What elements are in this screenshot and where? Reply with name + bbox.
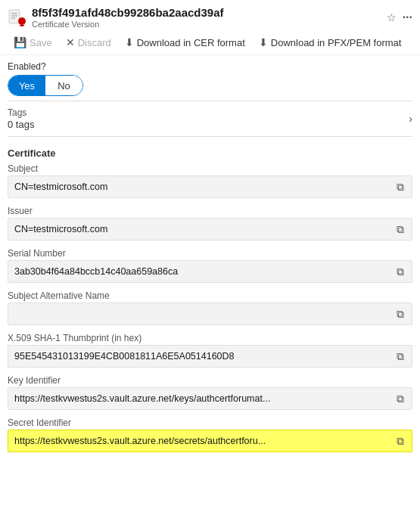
enabled-section: Enabled? Yes No [0,55,420,101]
secret-identifier-field: Secret Identifier https://testkvwestus2s… [0,414,420,457]
thumbprint-value: 95E545431013199E4CB0081811A6E5A0514160D8 [14,351,395,362]
svg-rect-3 [20,25,24,26]
copy-thumbprint-button[interactable]: ⧉ [395,350,406,363]
subject-value-row: CN=testmicrosoft.com ⧉ [8,175,412,198]
thumbprint-value-row: 95E545431013199E4CB0081811A6E5A0514160D8… [8,345,412,368]
copy-serial-button[interactable]: ⧉ [395,265,406,278]
subject-field: Subject CN=testmicrosoft.com ⧉ [0,160,420,203]
key-identifier-field: Key Identifier https://testkvwestus2s.va… [0,372,420,414]
copy-issuer-button[interactable]: ⧉ [395,223,406,236]
subject-value: CN=testmicrosoft.com [14,182,395,192]
save-icon: 💾 [14,36,26,48]
secret-identifier-value: https://testkvwestus2s.vault.azure.net/s… [14,436,395,446]
pin-icon[interactable]: ☆ [387,11,397,23]
download-cer-icon: ⬇ [125,36,134,48]
copy-san-button[interactable]: ⧉ [395,308,406,321]
toolbar: 💾 Save ✕ Discard ⬇ Download in CER forma… [0,30,420,55]
certificate-icon [8,8,26,26]
subject-alt-name-field: Subject Alternative Name ⧉ [0,287,420,330]
serial-number-field: Serial Number 3ab30b4f64a84bccb14c40aa65… [0,245,420,287]
enabled-toggle[interactable]: Yes No [8,75,83,96]
no-toggle-button[interactable]: No [45,76,82,95]
tags-info: Tags 0 tags [8,107,34,130]
download-pfx-button[interactable]: ⬇ Download in PFX/PEM format [253,33,408,51]
copy-secret-id-button[interactable]: ⧉ [395,435,406,448]
issuer-value: CN=testmicrosoft.com [14,224,395,234]
page-subtitle: Certificate Version [32,20,381,29]
thumbprint-field: X.509 SHA-1 Thumbprint (in hex) 95E54543… [0,330,420,372]
tags-label: Tags [8,107,34,118]
subject-alt-name-label: Subject Alternative Name [8,290,412,301]
page-title: 8f5f3f491afd48cb99286ba2aacd39af [32,6,381,20]
secret-identifier-label: Secret Identifier [8,418,412,428]
secret-identifier-value-row: https://testkvwestus2s.vault.azure.net/s… [8,430,412,452]
save-button[interactable]: 💾 Save [8,33,58,51]
issuer-label: Issuer [8,206,412,216]
subject-label: Subject [8,163,412,174]
serial-number-value: 3ab30b4f64a84bccb14c40aa659a86ca [14,266,395,277]
page-header: 8f5f3f491afd48cb99286ba2aacd39af Certifi… [0,0,420,30]
svg-rect-0 [9,10,20,23]
discard-button[interactable]: ✕ Discard [60,33,117,51]
divider-2 [8,136,412,137]
serial-number-label: Serial Number [8,248,412,259]
discard-icon: ✕ [66,36,75,48]
key-identifier-value-row: https://testkvwestus2s.vault.azure.net/k… [8,387,412,410]
issuer-value-row: CN=testmicrosoft.com ⧉ [8,218,412,241]
copy-key-id-button[interactable]: ⧉ [395,393,406,405]
tags-count: 0 tags [8,119,34,130]
yes-toggle-button[interactable]: Yes [8,76,45,95]
serial-number-value-row: 3ab30b4f64a84bccb14c40aa659a86ca ⧉ [8,260,412,283]
thumbprint-label: X.509 SHA-1 Thumbprint (in hex) [8,333,412,343]
key-identifier-label: Key Identifier [8,375,412,386]
more-options-icon[interactable]: ··· [403,11,412,24]
copy-subject-button[interactable]: ⧉ [395,181,406,194]
issuer-field: Issuer CN=testmicrosoft.com ⧉ [0,203,420,245]
download-cer-button[interactable]: ⬇ Download in CER format [119,33,251,51]
certificate-section-title: Certificate [0,143,420,160]
chevron-right-icon: › [409,113,412,125]
header-actions: ☆ ··· [387,11,412,24]
subject-alt-name-value-row: ⧉ [8,303,412,325]
key-identifier-value: https://testkvwestus2s.vault.azure.net/k… [14,393,395,404]
enabled-label: Enabled? [8,61,412,72]
download-pfx-icon: ⬇ [259,36,268,48]
tags-row[interactable]: Tags 0 tags › [0,101,420,136]
header-title-block: 8f5f3f491afd48cb99286ba2aacd39af Certifi… [32,6,381,29]
